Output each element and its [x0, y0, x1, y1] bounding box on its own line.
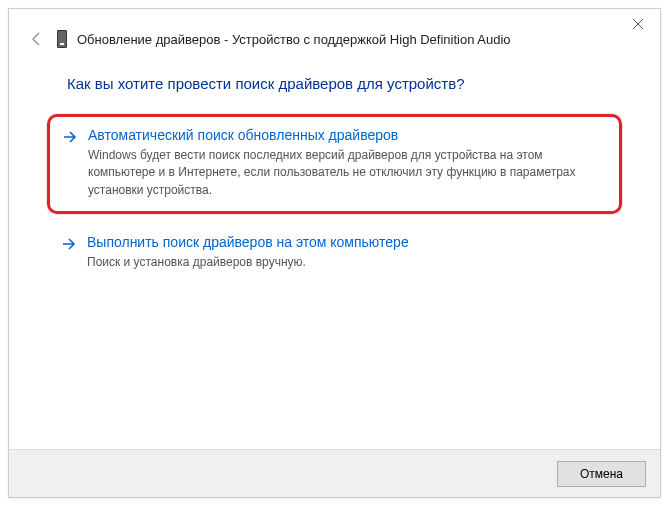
- cancel-button[interactable]: Отмена: [557, 461, 646, 487]
- option-title: Автоматический поиск обновленных драйвер…: [88, 127, 607, 143]
- close-icon: [633, 19, 643, 29]
- option-text: Автоматический поиск обновленных драйвер…: [88, 127, 607, 199]
- option-auto-search[interactable]: Автоматический поиск обновленных драйвер…: [47, 114, 622, 214]
- dialog-window: Обновление драйверов - Устройство с подд…: [8, 8, 661, 498]
- footer: Отмена: [9, 449, 660, 497]
- arrow-right-icon: [62, 129, 78, 199]
- option-desc: Windows будет вести поиск последних верс…: [88, 147, 607, 199]
- page-heading: Как вы хотите провести поиск драйверов д…: [9, 49, 660, 114]
- back-arrow-icon: [29, 31, 45, 47]
- window-title: Обновление драйверов - Устройство с подд…: [77, 32, 511, 47]
- back-button[interactable]: [27, 29, 47, 49]
- option-desc: Поиск и установка драйверов вручную.: [87, 254, 608, 271]
- close-button[interactable]: [615, 9, 660, 39]
- option-text: Выполнить поиск драйверов на этом компью…: [87, 234, 608, 271]
- option-title: Выполнить поиск драйверов на этом компью…: [87, 234, 608, 250]
- option-manual-search[interactable]: Выполнить поиск драйверов на этом компью…: [47, 222, 622, 285]
- device-icon: [57, 30, 67, 48]
- header: Обновление драйверов - Устройство с подд…: [9, 9, 660, 49]
- options-list: Автоматический поиск обновленных драйвер…: [9, 114, 660, 286]
- arrow-right-icon: [61, 236, 77, 271]
